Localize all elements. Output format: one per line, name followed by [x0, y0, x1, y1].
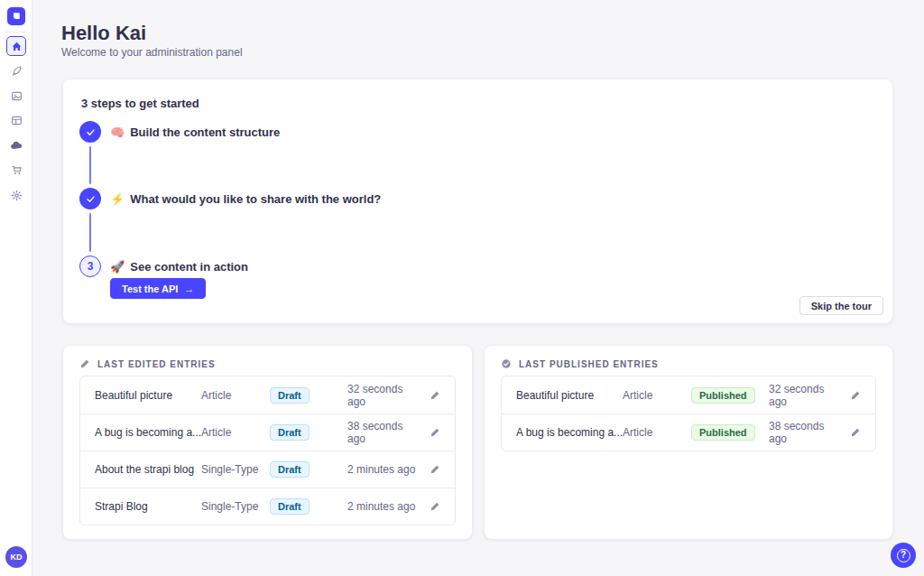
step-2-check-circle	[79, 188, 101, 209]
status-badge: Published	[691, 387, 755, 404]
entry-title: Beautiful picture	[516, 389, 623, 402]
entry-kind: Single-Type	[201, 463, 270, 476]
edit-pencil-icon[interactable]	[843, 427, 861, 438]
entry-time: 38 seconds ago	[769, 420, 843, 445]
sidebar-item-settings[interactable]	[6, 185, 26, 205]
table-row: About the strapi blog Single-Type Draft …	[80, 451, 455, 488]
feather-pen-icon	[11, 65, 23, 77]
step-1-label: 🧠 Build the content structure	[110, 125, 280, 139]
entry-time: 2 minutes ago	[347, 463, 422, 476]
strapi-logo-icon[interactable]	[7, 7, 25, 25]
entry-kind: Article	[201, 389, 270, 402]
step-3-number-circle: 3	[79, 255, 101, 277]
edit-pencil-icon[interactable]	[422, 390, 440, 401]
status-badge: Draft	[270, 498, 310, 515]
last-edited-entries-widget: LAST EDITED ENTRIES Beautiful picture Ar…	[63, 346, 472, 539]
last-published-entries-widget: LAST PUBLISHED ENTRIES Beautiful picture…	[485, 346, 892, 539]
entry-title: About the strapi blog	[95, 463, 201, 476]
layout-icon	[11, 115, 23, 126]
last-edited-table: Beautiful picture Article Draft 32 secon…	[79, 376, 456, 525]
entry-kind: Single-Type	[201, 500, 270, 513]
check-circle-icon	[501, 358, 512, 369]
main-content: Hello Kai Welcome to your administration…	[32, 0, 924, 576]
guided-tour-title: 3 steps to get started	[81, 97, 199, 110]
step-2-label: ⚡ What would you like to share with the …	[110, 192, 381, 206]
table-row: Beautiful picture Article Draft 32 secon…	[80, 376, 455, 413]
guided-tour-card: 3 steps to get started 🧠 Build the conte…	[63, 79, 892, 323]
brain-emoji-icon: 🧠	[110, 125, 125, 139]
rocket-emoji-icon: 🚀	[110, 260, 125, 274]
help-button[interactable]: ?	[891, 543, 916, 568]
table-row: Beautiful picture Article Published 32 s…	[502, 376, 875, 413]
entry-time: 2 minutes ago	[347, 500, 422, 513]
widget-caption: LAST EDITED ENTRIES	[79, 358, 216, 369]
page-title: Hello Kai	[61, 22, 146, 45]
pencil-icon	[79, 358, 90, 369]
step-3-label: 🚀 See content in action	[110, 260, 248, 274]
edit-pencil-icon[interactable]	[422, 464, 440, 475]
check-icon	[86, 127, 96, 137]
entry-time: 38 seconds ago	[347, 420, 422, 445]
sidebar-item-content-manager[interactable]	[6, 60, 26, 80]
step-connector	[89, 213, 91, 252]
user-avatar[interactable]: KD	[5, 546, 27, 568]
table-row: A bug is becoming a... Article Draft 38 …	[80, 413, 455, 451]
widget-caption: LAST PUBLISHED ENTRIES	[501, 358, 659, 369]
table-row: A bug is becoming a... Article Published…	[502, 413, 875, 451]
page-subtitle: Welcome to your administration panel	[61, 46, 243, 59]
sidebar-divider	[5, 32, 26, 33]
test-the-api-button[interactable]: Test the API →	[110, 278, 206, 299]
entry-title: Beautiful picture	[95, 389, 201, 402]
sidebar-item-media-library[interactable]	[6, 86, 26, 106]
arrow-right-icon: →	[184, 283, 194, 294]
status-badge: Draft	[270, 461, 310, 478]
sidebar-item-home[interactable]	[6, 36, 26, 56]
status-badge: Published	[691, 424, 755, 441]
entry-title: Strapi Blog	[95, 500, 201, 513]
cart-icon	[11, 164, 23, 176]
table-row: Strapi Blog Single-Type Draft 2 minutes …	[80, 488, 455, 525]
edit-pencil-icon[interactable]	[843, 390, 861, 401]
entry-time: 32 seconds ago	[347, 383, 422, 408]
sidebar-item-content-type-builder[interactable]	[6, 110, 26, 130]
image-icon	[11, 90, 23, 102]
skip-the-tour-button[interactable]: Skip the tour	[799, 296, 883, 315]
sidebar: KD	[0, 0, 32, 576]
edit-pencil-icon[interactable]	[422, 427, 440, 438]
entry-title: A bug is becoming a...	[516, 426, 623, 439]
status-badge: Draft	[270, 387, 310, 404]
entry-kind: Article	[201, 426, 270, 439]
sidebar-item-marketplace[interactable]	[6, 160, 26, 180]
cloud-icon	[10, 139, 23, 152]
entry-kind: Article	[623, 389, 691, 402]
home-icon	[11, 41, 23, 52]
entry-time: 32 seconds ago	[769, 383, 843, 408]
edit-pencil-icon[interactable]	[422, 501, 440, 512]
entry-title: A bug is becoming a...	[95, 426, 201, 439]
sidebar-item-cloud[interactable]	[6, 135, 26, 155]
gear-icon	[11, 190, 23, 201]
lightning-emoji-icon: ⚡	[110, 192, 125, 206]
status-badge: Draft	[270, 424, 310, 441]
check-icon	[86, 194, 96, 204]
entry-kind: Article	[623, 426, 691, 439]
question-mark-icon: ?	[897, 549, 910, 562]
step-connector	[89, 146, 91, 184]
step-1-check-circle	[79, 121, 101, 143]
last-published-table: Beautiful picture Article Published 32 s…	[501, 376, 876, 451]
